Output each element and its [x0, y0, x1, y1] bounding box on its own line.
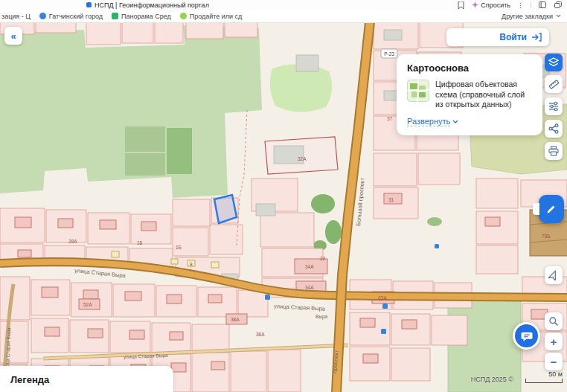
share-icon	[548, 123, 559, 134]
divider	[531, 1, 531, 8]
settings-button[interactable]	[545, 97, 563, 115]
measure-button[interactable]	[545, 75, 563, 93]
app-window: НСПД | Геоинформационный портал Спросить…	[0, 0, 567, 392]
building-label: 34А	[305, 285, 314, 290]
collapse-panel-button[interactable]: «	[4, 27, 22, 45]
basemap-thumbnail-icon	[407, 80, 429, 102]
tabs-panel-icon[interactable]	[554, 1, 563, 10]
share-button[interactable]	[545, 120, 563, 138]
plus-icon: +	[551, 336, 557, 347]
tab-title: НСПД | Геоинформационный портал	[94, 1, 209, 9]
building-label: 38А	[231, 317, 240, 322]
building-label: 63А	[378, 295, 387, 301]
chevron-down-icon	[452, 120, 458, 123]
pen-icon	[545, 203, 557, 215]
zoom-out-button[interactable]: −	[545, 353, 563, 370]
ruler-icon	[548, 79, 560, 90]
locate-button[interactable]	[545, 266, 563, 284]
building-label: 34А	[305, 264, 314, 269]
search-area-button[interactable]	[545, 312, 563, 330]
printer-icon	[548, 146, 559, 156]
scale-label: 50 м	[525, 370, 563, 378]
other-bookmarks-label: Другие закладки	[502, 13, 553, 20]
sidebar-panel-icon[interactable]	[538, 1, 547, 10]
bookmark-label: Гатчинский город	[49, 13, 103, 20]
chevron-down-icon	[556, 14, 561, 18]
bookmark-label: Панорама Сред	[121, 13, 171, 20]
chat-bubble-icon	[520, 330, 534, 343]
collapse-tab[interactable]	[533, 203, 539, 215]
building-label: 32А	[298, 156, 307, 161]
navigation-arrow-icon	[548, 270, 559, 280]
ask-label: Спросить	[481, 1, 510, 9]
bookmark-item[interactable]: Гатчинский город	[39, 13, 103, 20]
legend-title: Легенда	[10, 374, 49, 385]
basemap-card-title: Картооснова	[407, 62, 532, 74]
legend-panel[interactable]: Легенда	[0, 366, 173, 392]
more-menu-icon[interactable]: ⋮	[517, 1, 524, 9]
scale-control: 50 м	[525, 370, 563, 383]
zoom-in-button[interactable]: +	[545, 332, 563, 350]
street-label: Выра	[315, 314, 328, 320]
layers-icon	[548, 57, 559, 68]
bookmark-item[interactable]: Продайте или сд	[180, 13, 243, 20]
building-label: 31	[388, 197, 394, 202]
building-label: 79Б	[542, 234, 551, 239]
building-label: 8	[190, 262, 193, 267]
expand-link[interactable]: Развернуть	[407, 117, 458, 126]
basemap-card: Картооснова Цифровая объектовая схема (с…	[397, 54, 542, 135]
building-label: 22	[320, 256, 326, 261]
print-button[interactable]	[545, 142, 563, 160]
minus-icon: −	[551, 356, 557, 367]
building-label: 36А	[256, 332, 265, 337]
bookmarks-bar: зация - Ц Гатчинский город Панорама Сред…	[0, 10, 567, 23]
basemap-card-description: Цифровая объектовая схема (справочный сл…	[435, 80, 532, 110]
draw-tools-button[interactable]	[539, 195, 564, 223]
bookmark-favicon	[180, 13, 187, 19]
browser-titlebar: НСПД | Геоинформационный портал Спросить…	[0, 0, 567, 10]
back-chevrons-icon: «	[10, 30, 16, 42]
layers-button[interactable]	[545, 54, 563, 71]
bookmark-favicon	[112, 13, 118, 19]
bookmark-item[interactable]: зация - Ц	[1, 13, 31, 20]
building-label: 18	[137, 240, 143, 245]
sparkle-icon	[472, 1, 478, 8]
browser-tab[interactable]: НСПД | Геоинформационный портал	[86, 1, 209, 9]
login-arrow-icon	[531, 33, 542, 42]
login-label: Войти	[499, 32, 527, 42]
bookmark-item[interactable]: Панорама Сред	[112, 13, 171, 20]
tab-favicon-icon	[86, 2, 92, 7]
building-label: 28А	[68, 239, 77, 244]
sliders-icon	[548, 101, 559, 112]
building-label: 1Б	[176, 245, 182, 250]
bookmark-label: зация - Ц	[1, 13, 31, 20]
other-bookmarks-button[interactable]: Другие закладки	[502, 13, 567, 20]
attribution: НСПД 2025 ©	[471, 376, 513, 383]
ask-button[interactable]: Спросить	[472, 1, 510, 9]
magnifier-icon	[548, 316, 559, 327]
bookmark-label: Продайте или сд	[190, 13, 243, 20]
scale-bar	[525, 379, 563, 383]
expand-label: Развернуть	[407, 117, 450, 126]
building-label: 52А	[83, 302, 92, 307]
login-button[interactable]: Войти	[446, 28, 549, 46]
bookmark-favicon	[39, 13, 46, 19]
chat-assistant-button[interactable]	[513, 322, 540, 350]
svg-text:Р-23: Р-23	[384, 51, 394, 57]
bookmark-flag-icon[interactable]	[456, 1, 465, 10]
building-label: 37	[387, 116, 393, 121]
selected-parcel[interactable]	[214, 195, 237, 223]
road-shield: Р-23	[381, 49, 397, 58]
